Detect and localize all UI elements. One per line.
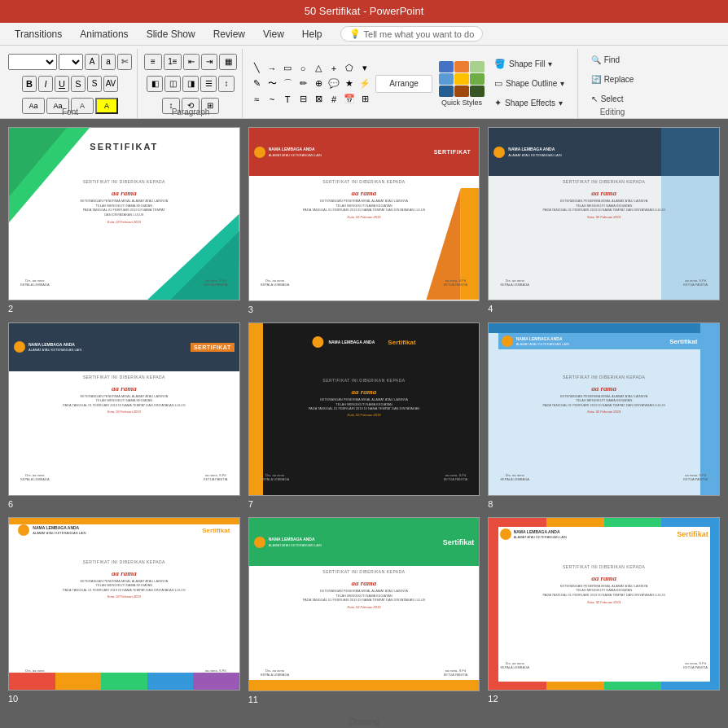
slide-thumb-4[interactable]: NAMA LEMBAGA ANDAALAMAT ATAU KETERANGAN … — [488, 127, 720, 300]
increase-font-btn[interactable]: A — [85, 54, 99, 70]
shape-oval[interactable]: ○ — [296, 61, 310, 76]
cert-6: NAMA LEMBAGA ANDAALAMAT ATAU KETERANGAN … — [9, 323, 239, 495]
slide-thumb-2[interactable]: SERTIFIKAT SERTIFIKAT INI DIBERIKAN KEPA… — [8, 127, 240, 300]
cert12-tb3 — [604, 518, 662, 527]
cert12-tb1 — [489, 518, 546, 527]
shape-edit[interactable]: ✎ — [249, 77, 264, 91]
shape-effects-btn[interactable]: ✦ Shape Effects ▾ — [491, 94, 572, 112]
underline-btn[interactable]: U — [55, 76, 69, 92]
slide-thumb-3[interactable]: NAMA LEMBAGA ANDAALAMAT ATAU KETERANGAN … — [248, 127, 480, 301]
char-spacing-btn[interactable]: AV — [103, 76, 118, 92]
slides-area[interactable]: SERTIFIKAT SERTIFIKAT INI DIBERIKAN KEPA… — [0, 119, 728, 728]
menu-view[interactable]: View — [255, 26, 292, 42]
clear-format-btn[interactable]: ✄ — [117, 54, 132, 70]
slide-thumb-8[interactable]: NAMA LEMBAGA ANDAALAMAT ATAU KETERANGAN … — [488, 322, 720, 496]
cert4-org: NAMA LEMBAGA ANDAALAMAT ATAU KETERANGAN … — [508, 147, 561, 157]
justify-btn[interactable]: ☰ — [200, 76, 217, 92]
shape-merge[interactable]: ⊕ — [311, 77, 326, 91]
decrease-font-btn[interactable]: a — [101, 54, 116, 70]
shape-header[interactable]: ⊟ — [296, 92, 310, 107]
slide-number-8: 8 — [488, 499, 493, 509]
shape-arc[interactable]: ⌒ — [280, 77, 295, 91]
shape-num[interactable]: # — [327, 92, 341, 107]
cert7-subtitle: SERTIFIKAT INI DIBERIKAN KEPADA — [322, 378, 405, 383]
replace-btn[interactable]: 🔄 Replace — [586, 70, 639, 88]
shape-obj[interactable]: ⊞ — [357, 92, 372, 107]
shape-callout[interactable]: 💬 — [327, 77, 341, 91]
font-size-select[interactable] — [59, 54, 83, 70]
cert7-name: aa rama — [352, 388, 377, 396]
menu-animations[interactable]: Animations — [72, 26, 136, 42]
shape-line[interactable]: ╲ — [249, 61, 264, 76]
menu-review[interactable]: Review — [205, 26, 253, 42]
cert2-subtitle: SERTIFIKAT INI DIBERIKAN KEPADA — [83, 179, 165, 184]
cert7-title: Sertifikat — [388, 339, 415, 346]
cert12-desc: KETERANGAN PENERIMA MISAL ALAMAT ATAU LA… — [542, 584, 665, 598]
cert6-subtitle: SERTIFIKAT INI DIBERIKAN KEPADA — [83, 375, 165, 379]
shape-tools-grid: ╲ → ▭ ○ △ + ⬠ ▾ ✎ 〜 ⌒ ✏ ⊕ 💬 ★ ⚡ ≈ ~ T ⊟ … — [249, 61, 372, 107]
cert12-name: aa rama — [591, 574, 616, 582]
increase-indent-btn[interactable]: ⇥ — [201, 54, 217, 70]
slide-thumb-7[interactable]: NAMA LEMBAGA ANDA Sertifikat SERTIFIKAT … — [248, 322, 480, 497]
cert10-bar4 — [147, 673, 194, 690]
shape-outline-label: Shape Outline — [506, 79, 557, 88]
shape-free[interactable]: ✏ — [296, 77, 310, 91]
shadow-btn[interactable]: S — [87, 76, 102, 92]
slide-thumb-10[interactable]: NAMA LEMBAGA ANDAALAMAT ATAU KETERANGAN … — [8, 517, 240, 691]
shape-scribble[interactable]: ~ — [265, 92, 279, 107]
menu-transitions[interactable]: Transitions — [7, 26, 70, 42]
slide-thumb-12[interactable]: NAMA LEMBAGA ANDAALAMAT ATAU KETERANGAN … — [488, 517, 720, 691]
cert7-sig2: aa rama, S.PdKETUA PANITIA — [444, 473, 468, 481]
cert12-bb3 — [604, 682, 662, 691]
slide-thumb-6[interactable]: NAMA LEMBAGA ANDAALAMAT ATAU KETERANGAN … — [8, 322, 240, 496]
bold-btn[interactable]: B — [22, 76, 37, 92]
cert11-inner: SERTIFIKAT INI DIBERIKAN KEPADA aa rama … — [261, 566, 467, 673]
italic-btn[interactable]: I — [38, 76, 53, 92]
menu-slideshow[interactable]: Slide Show — [138, 26, 204, 42]
shape-more[interactable]: ▾ — [357, 61, 372, 76]
shape-action[interactable]: ⚡ — [357, 77, 372, 91]
align-left-btn[interactable]: ◧ — [147, 76, 163, 92]
menu-help[interactable]: Help — [294, 26, 331, 42]
cert4-inner: SERTIFIKAT INI DIBERIKAN KEPADA aa rama … — [500, 176, 707, 283]
shape-fill-btn[interactable]: 🪣 Shape Fill ▾ — [491, 55, 572, 73]
shape-curve[interactable]: 〜 — [265, 77, 279, 91]
font-row1: A a ✄ — [8, 50, 132, 72]
font-family-select[interactable] — [8, 54, 57, 70]
align-center-btn[interactable]: ◫ — [164, 76, 181, 92]
numbering-btn[interactable]: 1≡ — [164, 54, 182, 70]
shape-penta[interactable]: ⬠ — [342, 61, 357, 76]
columns-btn[interactable]: ▦ — [219, 54, 237, 70]
cert11-header: NAMA LEMBAGA ANDAALAMAT ATAU KETERANGAN … — [249, 518, 480, 566]
cert11-subtitle: SERTIFIKAT INI DIBERIKAN KEPADA — [322, 569, 405, 574]
select-btn[interactable]: ↖ Select — [586, 90, 639, 107]
strikethrough-btn[interactable]: S — [71, 76, 86, 92]
arrange-btn[interactable]: Arrange — [375, 75, 432, 93]
shape-star[interactable]: ★ — [342, 77, 357, 91]
decrease-indent-btn[interactable]: ⇤ — [183, 54, 200, 70]
shape-footer[interactable]: ⊠ — [311, 92, 326, 107]
shape-textbox[interactable]: T — [280, 92, 295, 107]
slide-item-6: NAMA LEMBAGA ANDAALAMAT ATAU KETERANGAN … — [8, 322, 240, 510]
shape-outline-btn[interactable]: ▭ Shape Outline ▾ — [491, 75, 572, 93]
shape-triangle[interactable]: △ — [311, 61, 326, 76]
bullets-btn[interactable]: ≡ — [144, 54, 162, 70]
shape-arrow[interactable]: → — [265, 61, 279, 76]
find-btn[interactable]: 🔍 Find — [586, 50, 639, 68]
cert4-desc: KETERANGAN PENERIMA MISAL ALAMAT ATAU LA… — [542, 199, 665, 213]
cert12-subtitle: SERTIFIKAT INI DIBERIKAN KEPADA — [563, 564, 645, 569]
tell-me-box[interactable]: 💡 Tell me what you want to do — [340, 26, 484, 42]
shape-date[interactable]: 📅 — [342, 92, 357, 107]
cert8-sig2: aa rama, S.PdKETUA PANITIA — [683, 473, 708, 481]
shape-rect[interactable]: ▭ — [280, 61, 295, 76]
slide-number-10: 10 — [8, 694, 18, 704]
cert4-sig1: Drs. aa ramaKEPALA LEMBAGA — [500, 278, 529, 287]
shape-freeform[interactable]: ≈ — [249, 92, 264, 107]
slide-thumb-11[interactable]: NAMA LEMBAGA ANDAALAMAT ATAU KETERANGAN … — [248, 517, 480, 691]
quick-styles-box[interactable]: Quick Styles — [436, 59, 488, 108]
shape-plus[interactable]: + — [327, 61, 341, 76]
slide-number-2: 2 — [8, 304, 13, 314]
para-row2: ◧ ◫ ◨ ☰ ↕ — [147, 72, 235, 94]
vert-align-btn[interactable]: ↕ — [218, 76, 235, 92]
align-right-btn[interactable]: ◨ — [182, 76, 199, 92]
